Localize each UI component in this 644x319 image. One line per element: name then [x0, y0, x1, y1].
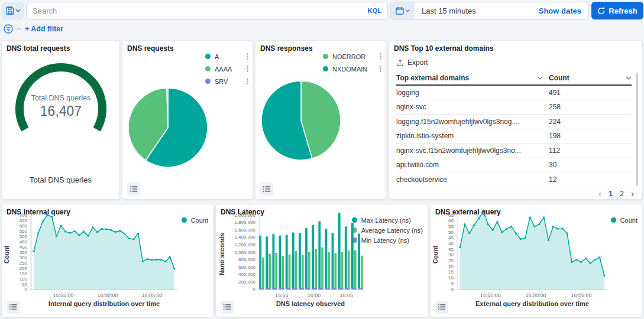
legend-toggle-button[interactable]	[127, 183, 140, 196]
svg-text:15: 15	[448, 269, 454, 275]
table-row: zipkin.istio-system198	[396, 129, 632, 144]
column-header-count[interactable]: Count	[549, 74, 632, 82]
show-dates-button[interactable]: Show dates	[539, 6, 588, 15]
internal-area-chart-svg: 0501001502002503003504004505005506006507…	[3, 204, 198, 308]
svg-text:15:55: 15:55	[275, 292, 289, 298]
date-quick-select-button[interactable]	[391, 2, 415, 19]
time-range-value[interactable]: Last 15 minutes	[415, 6, 539, 15]
svg-text:0: 0	[253, 287, 256, 292]
count-cell: 112	[549, 147, 632, 155]
kql-language-button[interactable]: KQL	[362, 7, 387, 14]
column-header-domains[interactable]: Top external domains	[396, 74, 549, 82]
saved-query-menu-button[interactable]	[2, 2, 24, 19]
requests-pie-svg	[127, 87, 209, 168]
svg-text:16:00:00: 16:00:00	[526, 292, 546, 298]
top-query-bar: KQL Last 15 minutes Show dates Refresh	[0, 0, 644, 20]
legend-item-noerror[interactable]: NOERROR	[323, 50, 382, 63]
pie-legend: AAAAASRV	[205, 50, 249, 87]
legend-options-icon[interactable]	[379, 65, 382, 73]
refresh-button[interactable]: Refresh	[591, 2, 643, 19]
legend-dot	[323, 54, 328, 59]
count-cell: 491	[549, 89, 632, 97]
query-input-container: KQL	[26, 2, 388, 19]
legend-dot	[205, 66, 211, 71]
legend-toggle-button[interactable]	[260, 183, 273, 196]
svg-text:150: 150	[20, 271, 28, 276]
svg-text:15:55:00: 15:55:00	[53, 292, 73, 298]
search-input[interactable]	[27, 6, 362, 15]
svg-text:400,000: 400,000	[238, 272, 255, 277]
chevron-down-icon	[405, 9, 410, 12]
refresh-button-label: Refresh	[609, 6, 637, 15]
svg-text:600,000: 600,000	[238, 265, 255, 270]
legend-item-nxdomain[interactable]: NXDOMAIN	[323, 63, 382, 75]
svg-text:16:05:00: 16:05:00	[571, 292, 591, 298]
svg-text:55: 55	[448, 224, 454, 229]
svg-text:0: 0	[25, 287, 28, 292]
svg-text:50: 50	[448, 230, 454, 235]
svg-text:35: 35	[448, 247, 454, 252]
x-axis-title: DNS latency observed	[258, 300, 363, 307]
pagination-prev-icon[interactable]: ‹	[598, 188, 601, 198]
pie-chart	[127, 87, 209, 171]
legend-options-icon[interactable]	[379, 53, 382, 60]
count-cell: 12	[549, 175, 632, 184]
external-area-chart-svg: 0510152025303540455055606515:55:0016:00:…	[432, 204, 627, 308]
panel-title: DNS total requests	[7, 44, 70, 53]
table-row: api.twilio.com30	[396, 158, 632, 173]
svg-text:1,200,000: 1,200,000	[234, 242, 255, 248]
legend-dot	[323, 66, 328, 71]
svg-text:700: 700	[20, 213, 28, 218]
legend-item-a[interactable]: A	[205, 50, 249, 63]
svg-text:1,400,000: 1,400,000	[234, 235, 255, 240]
panel-title: DNS Top 10 external domains	[394, 44, 494, 53]
svg-text:25: 25	[448, 258, 454, 263]
add-filter-button[interactable]: + Add filter	[25, 25, 63, 33]
legend-options-icon[interactable]	[246, 65, 249, 73]
domain-cell: logging	[396, 89, 549, 97]
svg-text:16:05: 16:05	[339, 292, 353, 298]
svg-text:1,600,000: 1,600,000	[234, 227, 255, 233]
legend-options-icon[interactable]	[246, 77, 249, 85]
legend-item-srv[interactable]: SRV	[205, 75, 249, 87]
gauge-value: 16,407	[8, 103, 114, 119]
table-scrollbar[interactable]	[636, 73, 638, 186]
table-row: logging491	[396, 86, 632, 100]
filter-divider	[17, 28, 21, 30]
legend-toggle-button[interactable]	[221, 301, 234, 314]
save-icon	[6, 6, 14, 15]
table-row: nginx-svc258	[396, 100, 632, 115]
svg-text:1,800,000: 1,800,000	[234, 220, 255, 225]
panel-dns-requests: DNS requests AAAAASRV	[122, 40, 253, 200]
export-button[interactable]: Export	[396, 58, 428, 67]
svg-text:400: 400	[20, 245, 28, 250]
filter-bar: + Add filter	[4, 22, 63, 35]
svg-text:650: 650	[20, 218, 28, 223]
pagination-page-1[interactable]: 1	[609, 190, 613, 198]
legend-toggle-button[interactable]	[435, 301, 448, 314]
panel-dns-total-requests: DNS total requests Total DNS queries 16,…	[1, 40, 120, 200]
panel-dns-responses: DNS responses NOERRORNXDOMAIN	[255, 40, 386, 200]
column-header-label: Top external domains	[396, 74, 469, 82]
svg-text:10: 10	[448, 275, 454, 281]
pagination-next-icon[interactable]: ›	[631, 188, 634, 198]
pagination-page-2[interactable]: 2	[620, 190, 624, 198]
legend-item-aaaa[interactable]: AAAA	[205, 63, 249, 75]
panel-dns-latency: DNS Latency Nano seconds Max Latency (ns…	[215, 204, 428, 318]
svg-text:2,000,000: 2,000,000	[234, 213, 255, 218]
svg-text:350: 350	[20, 250, 28, 255]
date-picker: Last 15 minutes Show dates	[390, 2, 589, 19]
gauge-bottom-label: Total DNS queries	[2, 175, 119, 184]
sort-chevron-icon	[537, 76, 543, 80]
svg-text:1,000,000: 1,000,000	[234, 250, 255, 255]
legend-options-icon[interactable]	[246, 53, 249, 60]
legend-toggle-button[interactable]	[7, 301, 20, 314]
svg-text:30: 30	[448, 252, 454, 258]
list-icon	[438, 303, 446, 311]
goal-chart: Total DNS queries 16,407	[8, 58, 114, 153]
pie-chart	[260, 80, 342, 164]
svg-text:15:55:00: 15:55:00	[480, 292, 501, 298]
domain-cell: logging.f15n2womfujehfjlwv0lgs3nog....	[396, 118, 549, 126]
filter-icon[interactable]	[4, 24, 13, 34]
pie-legend: NOERRORNXDOMAIN	[323, 50, 382, 75]
